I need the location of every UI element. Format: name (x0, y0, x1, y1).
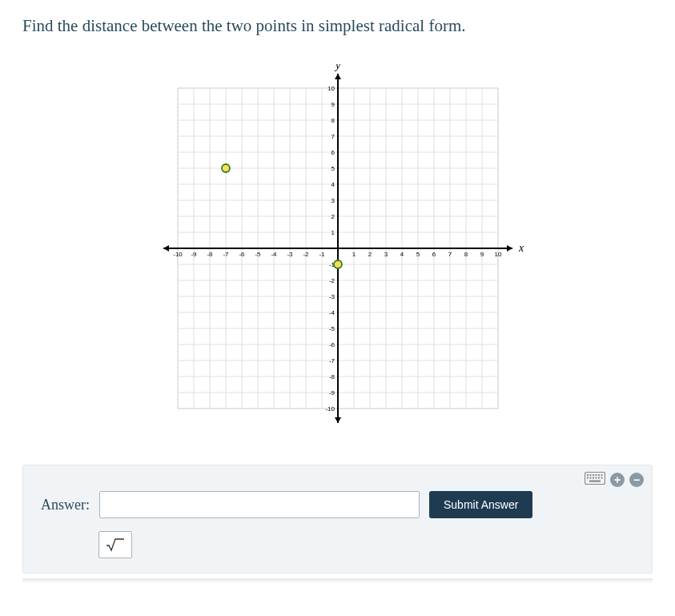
svg-text:-8: -8 (328, 373, 335, 380)
svg-text:1: 1 (331, 229, 335, 236)
svg-text:-9: -9 (191, 251, 197, 258)
svg-text:9: 9 (331, 101, 335, 108)
svg-text:4: 4 (331, 181, 335, 188)
svg-text:6: 6 (331, 149, 335, 156)
svg-rect-98 (587, 477, 589, 479)
answer-input[interactable] (99, 491, 420, 518)
svg-text:x: x (518, 242, 524, 254)
svg-rect-104 (589, 481, 601, 482)
svg-text:-8: -8 (207, 251, 213, 258)
svg-text:-6: -6 (239, 251, 245, 258)
svg-text:9: 9 (480, 251, 484, 258)
submit-answer-button[interactable]: Submit Answer (429, 491, 532, 518)
svg-text:-3: -3 (328, 293, 335, 300)
sqrt-button[interactable] (98, 531, 132, 558)
keyboard-icon[interactable] (585, 472, 605, 488)
svg-text:-7: -7 (328, 357, 335, 364)
svg-rect-99 (590, 477, 592, 479)
svg-marker-45 (163, 245, 169, 252)
svg-text:10: 10 (494, 251, 501, 258)
svg-rect-100 (593, 477, 594, 479)
bottom-shadow (22, 578, 653, 583)
svg-text:-7: -7 (223, 251, 229, 258)
svg-text:5: 5 (331, 165, 335, 172)
svg-text:7: 7 (448, 251, 452, 258)
svg-rect-103 (601, 477, 603, 479)
svg-rect-97 (601, 474, 603, 476)
svg-text:6: 6 (432, 251, 436, 258)
svg-text:-2: -2 (303, 251, 309, 258)
question-text: Find the distance between the two points… (22, 16, 653, 36)
svg-marker-44 (507, 245, 512, 252)
svg-rect-102 (598, 477, 600, 479)
svg-marker-47 (335, 74, 341, 79)
svg-text:8: 8 (464, 251, 468, 258)
svg-text:y: y (334, 64, 341, 71)
font-increase-button[interactable]: + (610, 473, 625, 487)
svg-text:-10: -10 (173, 251, 183, 258)
svg-text:1: 1 (352, 251, 356, 258)
chart-container: -10-9-8-7-6-5-4-3-2-112345678910-10-9-8-… (22, 64, 653, 433)
svg-text:-4: -4 (271, 251, 277, 258)
sqrt-icon (106, 537, 125, 552)
svg-marker-48 (335, 417, 341, 423)
answer-panel: + − Answer: Submit Answer (22, 465, 653, 574)
svg-text:-4: -4 (328, 309, 335, 316)
data-point (334, 260, 342, 268)
svg-text:4: 4 (400, 251, 404, 258)
svg-rect-94 (593, 474, 594, 476)
font-decrease-button[interactable]: − (629, 473, 644, 487)
svg-text:2: 2 (331, 213, 335, 220)
svg-text:-5: -5 (328, 325, 335, 332)
svg-text:-6: -6 (328, 341, 335, 348)
svg-rect-93 (590, 474, 592, 476)
svg-rect-96 (598, 474, 600, 476)
svg-text:-3: -3 (287, 251, 293, 258)
panel-toolbar: + − (585, 472, 644, 488)
svg-rect-95 (596, 474, 597, 476)
svg-rect-101 (596, 477, 597, 479)
svg-text:-5: -5 (255, 251, 261, 258)
svg-text:10: 10 (327, 85, 335, 92)
svg-text:-10: -10 (325, 405, 335, 413)
svg-text:3: 3 (331, 197, 335, 204)
svg-text:8: 8 (331, 117, 335, 124)
coordinate-plane: -10-9-8-7-6-5-4-3-2-112345678910-10-9-8-… (146, 64, 530, 433)
svg-text:7: 7 (331, 133, 335, 140)
svg-text:5: 5 (416, 251, 420, 258)
svg-text:-2: -2 (328, 277, 335, 284)
answer-label: Answer: (41, 497, 90, 513)
svg-rect-92 (587, 474, 589, 476)
svg-text:-9: -9 (328, 389, 335, 397)
svg-text:3: 3 (384, 251, 388, 258)
data-point (222, 164, 230, 172)
svg-text:-1: -1 (319, 251, 325, 258)
svg-text:2: 2 (368, 251, 372, 258)
